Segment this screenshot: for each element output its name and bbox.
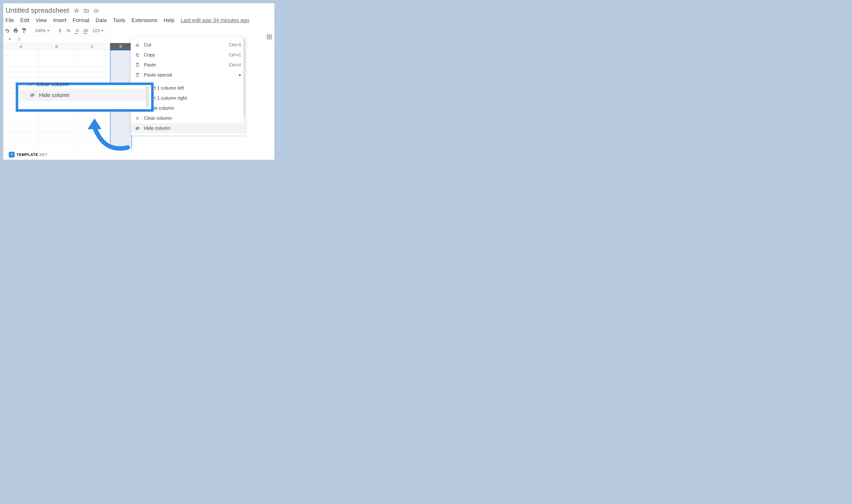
zoom-value: 100% — [35, 28, 46, 33]
decrease-decimal-button[interactable]: .0 — [74, 28, 79, 33]
context-menu-shortcut: Ctrl+V — [229, 62, 241, 68]
name-box[interactable] — [3, 38, 16, 40]
app-window: Untitled spreadsheet File Edit View Inse… — [3, 3, 274, 160]
borders-icon[interactable] — [267, 34, 272, 40]
paste-special-icon — [135, 73, 140, 77]
brand-text-bold: TEMPLATE — [16, 152, 38, 157]
callout-scrollbar — [146, 87, 150, 108]
selected-cell[interactable] — [110, 50, 132, 55]
brand-text-net: .NET — [38, 152, 48, 157]
context-menu-label: Insert 1 column left — [144, 85, 241, 91]
menu-format[interactable]: Format — [73, 17, 89, 23]
redo-icon[interactable] — [5, 28, 10, 33]
star-icon[interactable] — [74, 8, 79, 13]
context-menu-paste-special[interactable]: Paste special ▶ — [131, 70, 246, 80]
callout-hide-row[interactable]: Hide column — [20, 89, 150, 101]
eye-off-icon — [135, 126, 140, 131]
context-menu-cut[interactable]: Cut Ctrl+X — [131, 40, 246, 50]
context-menu-label: Paste special — [144, 72, 235, 78]
callout-clear-row: Clear column — [18, 81, 151, 88]
context-menu-label: Cut — [144, 42, 225, 48]
close-icon — [135, 116, 140, 121]
print-icon[interactable] — [13, 28, 18, 33]
context-menu-scrollbar[interactable] — [243, 38, 245, 135]
currency-button[interactable]: $ — [57, 28, 62, 33]
column-header-d[interactable]: D — [110, 43, 132, 50]
brand-icon: T — [9, 152, 15, 158]
title-bar: Untitled spreadsheet — [3, 3, 274, 17]
close-icon — [29, 83, 32, 86]
context-menu-paste[interactable]: Paste Ctrl+V — [131, 60, 246, 70]
format-dropdown[interactable]: 123 — [91, 28, 105, 33]
context-menu-shortcut: Ctrl+C — [229, 52, 241, 57]
menu-insert[interactable]: Insert — [53, 17, 67, 23]
menu-bar: File Edit View Insert Format Data Tools … — [3, 17, 274, 26]
divider — [54, 28, 54, 33]
menu-view[interactable]: View — [36, 17, 47, 23]
menu-extensions[interactable]: Extensions — [131, 17, 157, 23]
callout-box: Clear column Hide column — [16, 83, 154, 112]
submenu-arrow-icon: ▶ — [239, 73, 241, 77]
callout-hide-label: Hide column — [39, 92, 70, 98]
context-menu-label: Clear column — [144, 115, 241, 121]
menu-data[interactable]: Data — [95, 17, 107, 23]
increase-decimal-button[interactable]: .00 — [83, 28, 88, 33]
context-menu-label: Paste — [144, 62, 225, 68]
context-menu-label: Copy — [144, 52, 225, 58]
menu-help[interactable]: Help — [164, 17, 175, 23]
column-header-a[interactable]: A — [3, 43, 39, 50]
paint-format-icon[interactable] — [21, 28, 26, 33]
context-menu-hide-column[interactable]: Hide column — [131, 123, 246, 133]
svg-rect-4 — [137, 54, 139, 57]
callout-clear-label: Clear column — [36, 81, 69, 87]
paste-icon — [135, 62, 140, 67]
percent-button[interactable]: % — [66, 28, 71, 33]
menu-file[interactable]: File — [5, 17, 14, 23]
context-menu-clear-column[interactable]: Clear column — [131, 113, 246, 123]
format-value: 123 — [93, 28, 99, 33]
brand-badge: T TEMPLATE.NET — [9, 152, 48, 158]
context-menu-label: Hide column — [144, 125, 241, 131]
cloud-save-icon[interactable] — [94, 8, 99, 13]
move-folder-icon[interactable] — [84, 8, 89, 13]
toolbar: 100% $ % .0 .00 123 — [3, 26, 274, 35]
context-menu-shortcut: Ctrl+X — [229, 42, 241, 48]
svg-rect-0 — [15, 31, 17, 33]
document-title[interactable]: Untitled spreadsheet — [5, 6, 69, 14]
menu-edit[interactable]: Edit — [20, 17, 30, 23]
zoom-dropdown[interactable]: 100% — [33, 28, 51, 33]
divider — [30, 28, 30, 33]
last-edit-link[interactable]: Last edit was 34 minutes ago — [181, 17, 249, 23]
copy-icon — [135, 53, 140, 57]
context-menu-copy[interactable]: Copy Ctrl+C — [131, 50, 246, 60]
annotation-arrow — [82, 111, 133, 153]
eye-off-icon — [30, 93, 35, 97]
column-header-b[interactable]: B — [39, 43, 74, 50]
fx-label: fx — [16, 37, 23, 42]
context-menu-label: Insert 1 column right — [144, 95, 241, 101]
menu-tools[interactable]: Tools — [113, 17, 125, 23]
column-header-c[interactable]: C — [74, 43, 110, 50]
cut-icon — [135, 42, 140, 47]
context-menu-label: Delete column — [144, 105, 241, 111]
